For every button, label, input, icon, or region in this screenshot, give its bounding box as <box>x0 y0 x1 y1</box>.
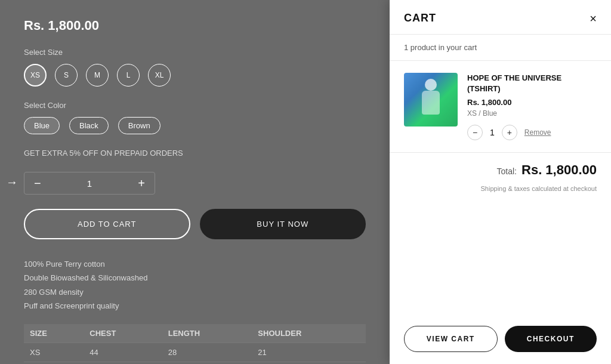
add-to-cart-button[interactable]: ADD TO CART <box>24 209 190 239</box>
shoulder-s: 22 <box>252 362 366 364</box>
cart-item-quantity: 1 <box>490 128 495 137</box>
color-btn-black[interactable]: Black <box>69 117 109 134</box>
size-s: S <box>24 362 84 364</box>
col-header-shoulder: SHOULDER <box>252 324 366 343</box>
length-s: 29 <box>162 362 252 364</box>
cart-item-image <box>404 73 458 127</box>
cart-item-variant: XS / Blue <box>467 109 597 118</box>
cart-count-text: 1 product in your cart <box>390 35 611 61</box>
product-page: → Rs. 1,800.00 Select Size XS S M L XL S… <box>0 0 390 364</box>
cart-shipping-note: Shipping & taxes calculated at checkout <box>390 185 611 202</box>
action-buttons-group: ADD TO CART BUY IT NOW <box>24 209 366 239</box>
chest-s: 46 <box>84 362 162 364</box>
cart-panel: CART × 1 product in your cart HOPE OF TH… <box>390 0 611 364</box>
detail-line-3: 280 GSM density <box>24 285 366 299</box>
col-header-length: LENGTH <box>162 324 252 343</box>
quantity-decrease-button[interactable]: − <box>34 177 41 189</box>
view-cart-button[interactable]: VIEW CART <box>404 326 498 352</box>
shoulder-xs: 21 <box>252 343 366 362</box>
color-options-group: Blue Black Brown <box>24 117 366 134</box>
cart-title: CART <box>404 12 436 24</box>
cart-header: CART × <box>390 0 611 35</box>
color-btn-blue[interactable]: Blue <box>24 117 60 134</box>
size-xs: XS <box>24 343 84 362</box>
length-xs: 28 <box>162 343 252 362</box>
remove-item-button[interactable]: Remove <box>524 128 551 137</box>
prev-arrow-button[interactable]: → <box>6 175 18 189</box>
detail-line-1: 100% Pure Terry cotton <box>24 257 366 271</box>
detail-line-4: Puff and Screenprint quality <box>24 299 366 313</box>
product-price: Rs. 1,800.00 <box>24 18 366 33</box>
quantity-value: 1 <box>53 178 126 189</box>
checkout-button[interactable]: CHECKOUT <box>505 326 597 352</box>
col-header-chest: CHEST <box>84 324 162 343</box>
select-color-label: Select Color <box>24 101 366 110</box>
buy-it-now-button[interactable]: BUY IT NOW <box>200 209 366 239</box>
size-btn-xl[interactable]: XL <box>148 64 171 87</box>
size-options-group: XS S M L XL <box>24 64 366 87</box>
cart-actions: VIEW CART CHECKOUT <box>390 326 611 364</box>
cart-qty-decrease-button[interactable]: − <box>467 125 483 140</box>
cart-total-amount: Rs. 1,800.00 <box>521 162 597 178</box>
detail-line-2: Double Biowashed & Siliconwashed <box>24 271 366 285</box>
select-size-label: Select Size <box>24 48 366 57</box>
size-chart-table: SIZE CHEST LENGTH SHOULDER XS 44 28 21 S… <box>24 324 366 364</box>
cart-total-section: Total: Rs. 1,800.00 <box>390 153 611 185</box>
color-btn-brown[interactable]: Brown <box>118 117 161 134</box>
size-btn-m[interactable]: M <box>86 64 109 87</box>
chest-xs: 44 <box>84 343 162 362</box>
close-cart-button[interactable]: × <box>590 13 597 24</box>
size-btn-l[interactable]: L <box>117 64 140 87</box>
cart-total-label: Total: <box>497 166 517 176</box>
cart-item-price: Rs. 1,800.00 <box>467 98 597 107</box>
cart-total-line: Total: Rs. 1,800.00 <box>404 162 597 178</box>
cart-item-qty-row: − 1 + Remove <box>467 125 597 140</box>
table-row: XS 44 28 21 <box>24 343 366 362</box>
product-details: 100% Pure Terry cotton Double Biowashed … <box>24 257 366 313</box>
size-btn-xs[interactable]: XS <box>24 64 47 87</box>
table-row: S 46 29 22 <box>24 362 366 364</box>
size-btn-s[interactable]: S <box>55 64 78 87</box>
cart-item-details: HOPE OF THE UNIVERSE (TSHIRT) Rs. 1,800.… <box>467 73 597 140</box>
cart-qty-increase-button[interactable]: + <box>502 125 517 140</box>
cart-item: HOPE OF THE UNIVERSE (TSHIRT) Rs. 1,800.… <box>390 61 611 153</box>
quantity-increase-button[interactable]: + <box>138 177 145 189</box>
cart-item-name: HOPE OF THE UNIVERSE (TSHIRT) <box>467 73 597 94</box>
col-header-size: SIZE <box>24 324 84 343</box>
prepaid-offer-text: GET EXTRA 5% OFF ON PREPAID ORDERS <box>24 149 366 158</box>
quantity-row: − 1 + <box>24 172 155 195</box>
